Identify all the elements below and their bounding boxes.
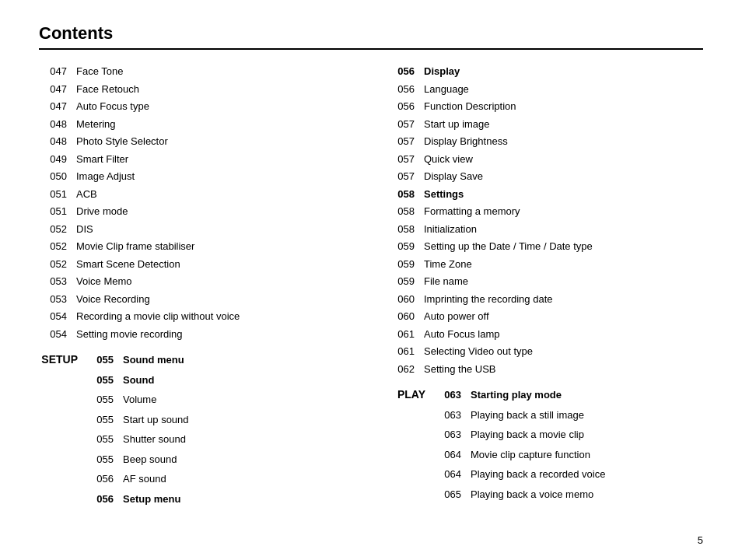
list-item: 056Setup menu [39,492,355,509]
page-num: 059 [387,257,415,272]
page-num: 052 [39,257,67,272]
entry-label: Shutter sound [123,432,186,447]
entry-label: Setting up the Date / Time / Date type [424,239,593,254]
entry-label: Setting movie recording [76,327,183,342]
list-item: 051ACB [39,187,355,202]
page-num: 058 [387,187,415,202]
page-num: 055 [86,352,114,368]
page-num: 060 [387,292,415,307]
list-item: 055Shutter sound [39,432,355,450]
entry-label: Start up sound [123,412,189,428]
list-item: 059Setting up the Date / Time / Date typ… [387,239,703,254]
list-item: 061Selecting Video out type [387,344,703,359]
page-num: 058 [387,222,415,237]
list-item: 048Metering [39,117,355,132]
page-num: 051 [39,187,67,202]
left-col-entries: 047Face Tone047Face Retouch047Auto Focus… [39,64,355,341]
page-num: 048 [39,134,67,149]
entry-label: DIS [76,222,93,237]
entry-label: AF sound [123,471,166,487]
list-item: 057Quick view [387,152,703,167]
page-num: 056 [387,99,415,114]
list-item: 060Auto power off [387,309,703,324]
list-item: 063Playing back a movie clip [387,427,703,445]
page-num: 064 [433,467,461,482]
left-column: 047Face Tone047Face Retouch047Auto Focus… [39,64,355,511]
page-num: 061 [387,344,415,359]
page-num: 047 [39,99,67,114]
list-item: 053Voice Recording [39,292,355,307]
list-item: 062Setting the USB [387,362,703,377]
list-item: 047Auto Focus type [39,99,355,114]
list-item: 054Recording a movie clip without voice [39,309,355,324]
entry-label: Function Description [424,99,516,114]
entry-label: Auto power off [424,309,489,324]
entry-label: Face Retouch [76,82,139,97]
entry-label: Selecting Video out type [424,344,533,359]
entry-label: Display Brightness [424,134,508,149]
list-item: 059Time Zone [387,257,703,272]
page-num: 055 [86,432,114,447]
entry-label: Smart Scene Detection [76,257,180,272]
content-columns: 047Face Tone047Face Retouch047Auto Focus… [39,64,703,511]
page-num: 061 [387,327,415,342]
entry-label: Voice Recording [76,292,150,307]
page-num: 056 [387,82,415,97]
entry-label: Movie Clip frame stabiliser [76,239,194,254]
list-item: 058Settings [387,187,703,202]
page-num: 057 [387,134,415,149]
page-num: 063 [433,387,461,403]
entry-label: Photo Style Selector [76,134,168,149]
list-item: 056Language [387,82,703,97]
setup-block: SETUP055Sound menu055Sound055Volume055St… [39,352,355,509]
list-item: 053Voice Memo [39,274,355,289]
entry-label: File name [424,274,468,289]
entry-label: Starting play mode [471,387,562,403]
page-num: 059 [387,274,415,289]
entry-label: Playing back a movie clip [471,427,584,443]
page-num: 056 [86,492,114,507]
list-item: 063Playing back a still image [387,408,703,425]
entry-label: Display [424,64,460,79]
list-item: 049Smart Filter [39,152,355,167]
entry-label: Movie clip capture function [471,447,590,463]
list-item: 057Display Save [387,169,703,184]
list-item: 064Playing back a recorded voice [387,467,703,485]
page-num: 065 [433,487,461,502]
entry-label: ACB [76,187,97,202]
list-item: 055Beep sound [39,452,355,470]
page-num: 054 [39,327,67,342]
page-num: 052 [39,239,67,254]
entry-label: Playing back a still image [471,408,584,423]
list-item: 061Auto Focus lamp [387,327,703,342]
page-num: 047 [39,82,67,97]
entry-label: Time Zone [424,257,472,272]
entry-label: Formatting a memory [424,204,520,219]
entry-label: Playing back a voice memo [471,487,593,502]
entry-label: Playing back a recorded voice [471,467,605,482]
page-num: 059 [387,239,415,254]
page-num: 051 [39,204,67,219]
list-item: 057Start up image [387,117,703,132]
page-num: 058 [387,204,415,219]
entry-label: Metering [76,117,116,132]
list-item: 056AF sound [39,471,355,489]
play-section-label: PLAY [387,388,425,401]
entry-label: Image Adjust [76,169,135,184]
entry-label: Setting the USB [424,362,496,377]
settings-section: 058Settings058Formatting a memory058Init… [387,187,703,377]
page-num: 049 [39,152,67,167]
play-block: PLAY063Starting play mode063Playing back… [387,387,703,504]
entry-label: Face Tone [76,64,123,79]
entry-label: Smart Filter [76,152,128,167]
list-item: 052Smart Scene Detection [39,257,355,272]
entry-label: Beep sound [123,452,177,467]
list-item: 056Function Description [387,99,703,114]
page-num: 063 [433,408,461,423]
entry-label: Recording a movie clip without voice [76,309,240,324]
page-num: 047 [39,64,67,79]
page-num: 052 [39,222,67,237]
entry-label: Imprinting the recording date [424,292,552,307]
list-item: 055Sound [39,373,355,390]
list-item: PLAY063Starting play mode [387,387,703,405]
